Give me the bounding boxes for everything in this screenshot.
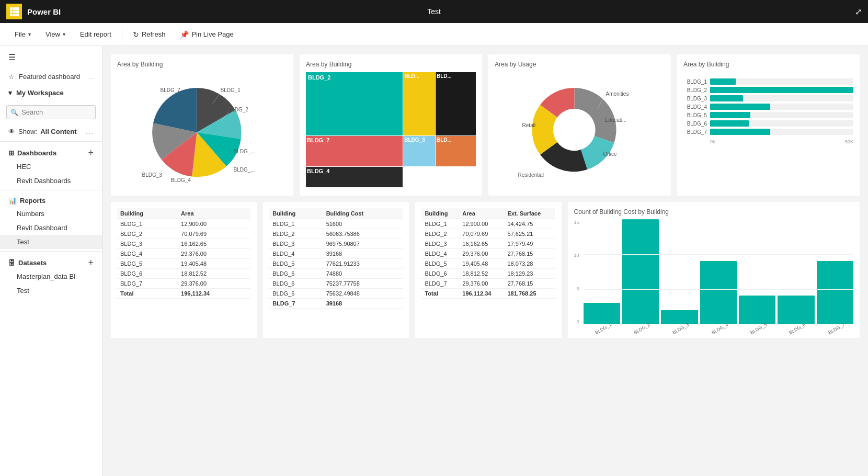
hbar-axis: 0K 50K: [683, 139, 853, 144]
hbar-chart-card: Area by Building BLDG_1 BLDG_2 BLDG_3: [677, 54, 860, 196]
view-button[interactable]: View ▾: [39, 27, 72, 41]
table3-col-area: Area: [459, 208, 504, 219]
table-row: BLDG_112,900.00: [117, 219, 250, 229]
app-name: Power BI: [27, 7, 61, 16]
table-row: BLDG_519,405.48: [117, 259, 250, 269]
svg-text:BLDG_2: BLDG_2: [229, 107, 249, 112]
expand-icon[interactable]: ⤢: [855, 7, 862, 17]
content-area: Area by Building: [102, 46, 868, 476]
sidebar-item-test[interactable]: Test: [0, 235, 102, 249]
divider: [0, 141, 102, 142]
table-row-total: Total196,112.34: [117, 289, 250, 299]
table1-col-building: Building: [117, 208, 178, 219]
vbar-bars: [584, 220, 853, 324]
vbar-y-axis: 15 10 5 0: [574, 220, 581, 324]
table-row: BLDG_270,079.69: [117, 229, 250, 239]
table-row: BLDG_739168: [269, 299, 403, 309]
table-row: BLDG_270,079.6957,625.21: [421, 229, 555, 239]
table-row: BLDG_151600: [269, 219, 403, 229]
menu-toggle[interactable]: ☰: [0, 46, 102, 69]
dashboard-icon: ⊞: [8, 149, 14, 157]
sidebar-item-revit-dashboard[interactable]: Revit Dashboard: [0, 221, 102, 235]
sidebar-my-workspace[interactable]: ▾ My Workspace: [0, 85, 102, 101]
add-dataset-button[interactable]: +: [88, 258, 94, 267]
bar-row-bldg6: BLDG_6: [683, 120, 853, 127]
datasets-icon: 🗄: [8, 259, 15, 267]
file-button[interactable]: File ▾: [8, 27, 37, 41]
bar-row-bldg5: BLDG_5: [683, 112, 853, 118]
table-row: BLDG_618,812.52: [117, 269, 250, 279]
table3-card: Building Area Ext. Surface BLDG_112,900.…: [415, 202, 561, 338]
add-dashboard-button[interactable]: +: [88, 148, 94, 157]
donut-chart-title: Area by Usage: [495, 61, 665, 68]
vbar-x-labels: BLDG_1 BLDG_2 BLDG_3 BLDG_4 BLDG_5 BLDG_…: [584, 326, 853, 332]
svg-text:Amenities: Amenities: [606, 91, 629, 97]
table-row-total: Total196,112.34181,768.25: [421, 289, 555, 299]
svg-text:Retail: Retail: [522, 122, 536, 128]
toolbar: File ▾ View ▾ Edit report ↻ Refresh 📌 Pi…: [0, 23, 868, 46]
vbar-chart-card: Count of Building Cost by Building 15 10…: [568, 202, 860, 338]
svg-text:Office: Office: [603, 151, 617, 157]
featured-ellipsis[interactable]: …: [87, 73, 94, 81]
sidebar-show: 👁 Show: All Content …: [0, 123, 102, 139]
show-value[interactable]: All Content: [40, 128, 76, 135]
bar-row-bldg4: BLDG_4: [683, 104, 853, 110]
svg-text:BLDG_4: BLDG_4: [171, 177, 191, 183]
sidebar-item-hec[interactable]: HEC: [0, 160, 102, 174]
dashboards-section-header: ⊞ Dashboards +: [0, 144, 102, 160]
pie-chart-card: Area by Building: [111, 54, 293, 196]
hbar-chart-title: Area by Building: [683, 61, 853, 68]
vbar-chart-title: Count of Building Cost by Building: [574, 208, 853, 216]
table-row: BLDG_519,405.4818,073.28: [421, 259, 555, 269]
donut-chart-card: Area by Usage: [488, 54, 671, 196]
sidebar-item-test-dataset[interactable]: Test: [0, 284, 102, 298]
search-icon: 🔍: [10, 109, 18, 116]
table-row: BLDG_439168: [269, 249, 403, 259]
reports-icon: 📊: [8, 197, 17, 205]
pin-live-page-button[interactable]: 📌 Pin Live Page: [174, 27, 239, 42]
svg-text:BLDG_7: BLDG_7: [161, 87, 181, 93]
sidebar-item-featured-dashboard[interactable]: ☆ Featured dashboard …: [0, 69, 102, 85]
refresh-icon: ↻: [133, 30, 139, 39]
table-row: BLDG_577621.91233: [269, 259, 403, 269]
hbar-chart: BLDG_1 BLDG_2 BLDG_3 BLDG_4: [683, 76, 853, 137]
sidebar-item-masterplan[interactable]: Masterplan_data BI: [0, 269, 102, 284]
sidebar-item-revit-dashboards[interactable]: Revit Dashboards: [0, 174, 102, 188]
logo-square: [6, 4, 22, 19]
treemap-bldg4: BLDG_4: [306, 166, 403, 187]
table2: Building Building Cost BLDG_151600 BLDG_…: [269, 208, 403, 309]
edit-report-button[interactable]: Edit report: [74, 27, 118, 41]
table-row: BLDG_429,376.0027,768.15: [421, 249, 555, 259]
treemap-container: BLDG_2 BLD... BLD... BLDG_7: [306, 72, 476, 187]
table2-col-cost: Building Cost: [323, 208, 403, 219]
pie-chart-svg: BLDG_1 BLDG_2 BLDG_7 BLDG_3 BLDG_4 BLDG_…: [117, 72, 287, 187]
sidebar: ☰ ☆ Featured dashboard … ▾ My Workspace …: [0, 46, 102, 476]
svg-text:Educati...: Educati...: [605, 117, 627, 123]
table1-card: Building Area BLDG_112,900.00 BLDG_270,0…: [111, 202, 257, 338]
bar-row-bldg3: BLDG_3: [683, 95, 853, 101]
reports-section-header: 📊 Reports: [0, 192, 102, 207]
app-logo[interactable]: Power BI: [6, 4, 61, 19]
table-row: BLDG_729,376.00: [117, 279, 250, 289]
table-row: BLDG_396975.90807: [269, 239, 403, 249]
treemap-bld3: BLD...: [403, 72, 435, 135]
refresh-button[interactable]: ↻ Refresh: [127, 27, 172, 42]
divider2: [0, 190, 102, 190]
table-row: BLDG_256063.75386: [269, 229, 403, 239]
treemap-bld5: BLD...: [435, 135, 476, 166]
svg-text:BLDG_...: BLDG_...: [234, 167, 255, 173]
sidebar-item-numbers[interactable]: Numbers: [0, 207, 102, 221]
vbar-col-bldg2: [622, 219, 659, 324]
search-input[interactable]: [6, 105, 96, 119]
table-row: BLDG_112,900.0014,424.75: [421, 219, 555, 229]
treemap-bldg2: BLDG_2: [306, 72, 403, 135]
treemap-bldg3: BLDG_3: [403, 135, 435, 166]
table-row: BLDG_316,162.65: [117, 239, 250, 249]
table-row: BLDG_618,812.5218,129.23: [421, 269, 555, 279]
search-container: 🔍: [0, 101, 102, 123]
show-ellipsis[interactable]: …: [85, 127, 94, 136]
table-row: BLDG_674880: [269, 269, 403, 279]
bar-row-bldg1: BLDG_1: [683, 78, 853, 85]
vbar-area: BLDG_1 BLDG_2 BLDG_3 BLDG_4 BLDG_5 BLDG_…: [584, 220, 853, 332]
vbar-col-bldg4: [700, 261, 737, 324]
